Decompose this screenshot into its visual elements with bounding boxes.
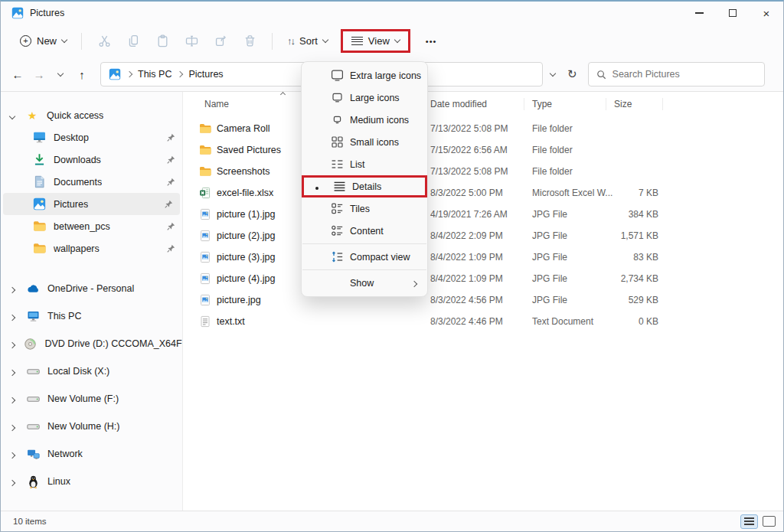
menu-item-large-icons[interactable]: Large icons (302, 86, 427, 109)
sort-button[interactable]: ↑↓ Sort (280, 31, 335, 51)
selected-bullet-icon (315, 187, 318, 190)
dvd-disc-icon (24, 338, 37, 351)
column-header-date-modified[interactable]: Date modified (430, 99, 532, 109)
file-list: Camera Roll 7/13/2022 5:08 PM File folde… (183, 118, 783, 332)
command-bar: + New ↑↓ Sort View ••• (1, 24, 783, 57)
submenu-chevron-icon (411, 281, 417, 287)
pin-icon (167, 155, 175, 164)
jpg-file-icon (199, 294, 211, 306)
forward-button[interactable]: → (28, 64, 50, 85)
file-date: 7/13/2022 5:08 PM (430, 166, 532, 177)
pin-icon (165, 200, 173, 208)
hard-disk-icon (27, 393, 40, 406)
menu-item-label: Details (352, 181, 381, 192)
breadcrumb-separator-icon (177, 71, 183, 77)
column-divider[interactable] (524, 98, 524, 110)
table-row-picture-3[interactable]: picture (3).jpg 8/4/2022 1:09 PM JPG Fil… (183, 246, 783, 268)
refresh-icon[interactable]: ↻ (567, 67, 577, 81)
sidebar-item-label: wallpapers (54, 243, 100, 254)
sidebar-item-desktop[interactable]: Desktop (1, 126, 182, 149)
chevron-down-icon (394, 37, 400, 43)
menu-item-content[interactable]: Content (302, 220, 427, 242)
close-button[interactable]: × (750, 2, 783, 24)
table-row-saved-pictures[interactable]: Saved Pictures 7/15/2022 6:56 AM File fo… (183, 139, 783, 161)
maximize-button[interactable] (716, 2, 750, 24)
details-view-toggle[interactable] (740, 514, 758, 529)
hard-disk-icon (27, 420, 40, 433)
table-row-picture-1[interactable]: picture (1).jpg 4/19/2021 7:26 AM JPG Fi… (183, 204, 783, 225)
pin-icon (167, 178, 175, 186)
menu-item-label: Show (350, 278, 374, 289)
navigation-pane: ★ Quick access Desktop Downloads Documen… (1, 92, 183, 511)
search-input[interactable] (612, 69, 756, 80)
table-row-picture[interactable]: picture.jpg 8/3/2022 4:56 PM JPG File 52… (183, 289, 783, 311)
search-box[interactable] (588, 62, 765, 86)
menu-item-small-icons[interactable]: Small icons (302, 131, 427, 153)
sidebar-item-between-pcs[interactable]: between_pcs (1, 215, 182, 237)
column-header-type[interactable]: Type (532, 99, 614, 109)
title-bar: Pictures × (1, 2, 783, 24)
menu-item-compact-view[interactable]: Compact view (302, 246, 427, 268)
menu-item-medium-icons[interactable]: Medium icons (302, 109, 427, 131)
see-more-button[interactable]: ••• (421, 32, 442, 51)
sidebar-item-pictures[interactable]: Pictures (3, 193, 180, 215)
folder-icon (199, 122, 211, 135)
table-row-text-txt[interactable]: text.txt 8/3/2022 4:46 PM Text Document … (183, 311, 783, 332)
rename-button[interactable] (177, 29, 206, 54)
menu-item-extra-large-icons[interactable]: Extra large icons (302, 64, 427, 86)
sidebar-item-wallpapers[interactable]: wallpapers (1, 237, 182, 259)
menu-item-tiles[interactable]: Tiles (302, 197, 427, 220)
chevron-collapsed-icon (9, 286, 15, 292)
table-row-excel-file[interactable]: excel-file.xlsx 8/3/2022 5:00 PM Microso… (183, 182, 783, 204)
cut-button[interactable] (90, 29, 119, 54)
breadcrumb-this-pc[interactable]: This PC (138, 69, 172, 80)
table-row-picture-4[interactable]: picture (4).jpg 8/4/2022 1:09 PM JPG Fil… (183, 268, 783, 289)
menu-item-list[interactable]: List (302, 153, 427, 175)
file-type: JPG File (532, 295, 614, 305)
plus-icon: + (20, 35, 31, 47)
minimize-button[interactable] (682, 2, 716, 24)
column-divider[interactable] (662, 98, 663, 110)
share-button[interactable] (206, 29, 235, 54)
sidebar-item-local-disk-x[interactable]: Local Disk (X:) (1, 357, 182, 385)
column-header-size[interactable]: Size (614, 99, 668, 109)
sidebar-item-documents[interactable]: Documents (1, 171, 182, 193)
chevron-collapsed-icon (9, 341, 15, 348)
extra-large-icons-icon (331, 69, 344, 82)
address-dropdown-icon[interactable] (550, 70, 556, 76)
rename-icon (185, 34, 198, 47)
this-pc-icon (27, 310, 40, 323)
recent-locations-button[interactable] (50, 64, 71, 85)
delete-button[interactable] (235, 29, 264, 54)
sidebar-item-label: Linux (47, 476, 70, 487)
menu-item-details[interactable]: Details (302, 175, 427, 197)
sidebar-item-dvd-drive[interactable]: DVD Drive (D:) CCCOMA_X64FRE_EN-US (1, 330, 182, 357)
sidebar-item-network[interactable]: Network (1, 440, 182, 468)
sidebar-item-linux[interactable]: Linux (1, 468, 182, 495)
sidebar-item-downloads[interactable]: Downloads (1, 149, 182, 171)
jpg-file-icon (199, 230, 211, 242)
table-row-picture-2[interactable]: picture (2).jpg 8/4/2022 2:09 PM JPG Fil… (183, 225, 783, 246)
table-row-camera-roll[interactable]: Camera Roll 7/13/2022 5:08 PM File folde… (183, 118, 783, 139)
star-icon: ★ (25, 109, 39, 122)
sidebar-item-onedrive[interactable]: OneDrive - Personal (1, 275, 182, 302)
items-count: 10 items (13, 517, 46, 526)
new-button[interactable]: + New (13, 31, 74, 51)
table-row-screenshots[interactable]: Screenshots 7/13/2022 5:08 PM File folde… (183, 161, 783, 182)
sidebar-item-quick-access[interactable]: ★ Quick access (1, 104, 182, 126)
column-divider[interactable] (606, 98, 606, 110)
copy-button[interactable] (119, 29, 148, 54)
large-thumbnails-view-toggle[interactable] (763, 516, 776, 527)
view-button[interactable]: View (341, 29, 410, 53)
breadcrumb-pictures[interactable]: Pictures (188, 69, 223, 80)
chevron-collapsed-icon (9, 452, 15, 458)
up-button[interactable]: ↑ (71, 64, 93, 85)
sidebar-item-this-pc[interactable]: This PC (1, 302, 182, 330)
menu-item-show[interactable]: Show (302, 272, 427, 294)
sidebar-item-new-volume-f[interactable]: New Volume (F:) (1, 385, 182, 413)
sidebar-item-new-volume-h[interactable]: New Volume (H:) (1, 413, 182, 440)
paste-button[interactable] (148, 29, 177, 54)
back-button[interactable]: ← (7, 64, 28, 85)
chevron-down-icon (61, 37, 67, 43)
trash-icon (243, 34, 256, 47)
